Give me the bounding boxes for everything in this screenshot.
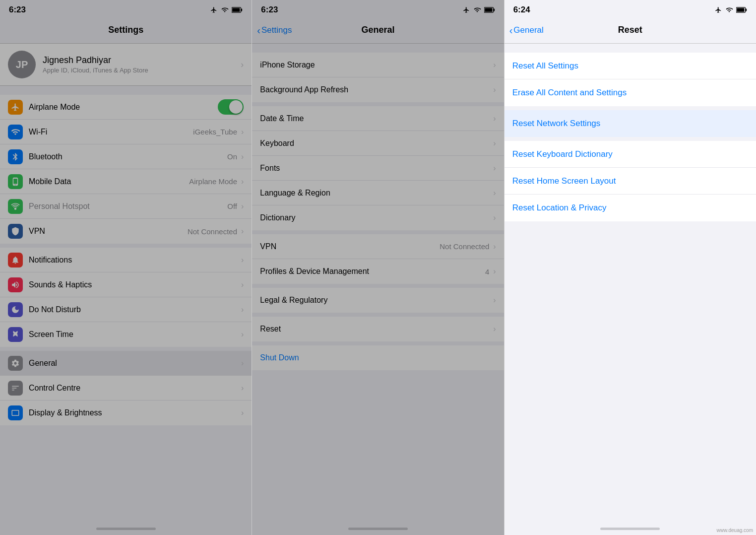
background-refresh-row[interactable]: Background App Refresh › xyxy=(252,77,504,102)
setting-row-vpn[interactable]: VPN Not Connected › xyxy=(0,219,252,244)
back-chevron-2: ‹ xyxy=(257,25,260,35)
setting-row-hotspot[interactable]: Personal Hotspot Off › xyxy=(0,194,252,219)
iphone-storage-label: iPhone Storage xyxy=(260,61,492,69)
reset-all-label: Reset All Settings xyxy=(512,61,578,71)
reset-home-label: Reset Home Screen Layout xyxy=(512,176,616,186)
wifi-icon xyxy=(8,125,23,139)
status-icons-2 xyxy=(462,6,495,13)
legal-row[interactable]: Legal & Regulatory › xyxy=(252,288,504,313)
profiles-chevron: › xyxy=(493,267,496,276)
status-icons-1 xyxy=(210,6,243,13)
wifi-value: iGeeks_Tube xyxy=(193,128,237,136)
iphone-storage-row[interactable]: iPhone Storage › xyxy=(252,53,504,77)
keyboard-chevron: › xyxy=(493,139,496,148)
profiles-row[interactable]: Profiles & Device Management 4 › xyxy=(252,259,504,284)
nav-back-2[interactable]: ‹ Settings xyxy=(257,25,292,35)
hotspot-chevron: › xyxy=(241,202,244,211)
airplane-toggle[interactable] xyxy=(218,99,244,115)
hotspot-icon xyxy=(8,199,23,214)
keyboard-row[interactable]: Keyboard › xyxy=(252,131,504,156)
reset-location-row[interactable]: Reset Location & Privacy xyxy=(504,195,756,221)
language-region-chevron: › xyxy=(493,189,496,198)
panel1-content: JP Jignesh Padhiyar Apple ID, iCloud, iT… xyxy=(0,44,252,522)
connectivity-group: Airplane Mode Wi-Fi iGeeks_Tube › Bluet xyxy=(0,95,252,244)
reset-group1: Reset All Settings Erase All Content and… xyxy=(504,53,756,106)
general-icon xyxy=(8,356,23,371)
general-group2: Date & Time › Keyboard › Fonts › Languag… xyxy=(252,106,504,230)
hotspot-value: Off xyxy=(227,202,237,210)
setting-row-notifications[interactable]: Notifications › xyxy=(0,248,252,272)
setting-row-display[interactable]: Display & Brightness › xyxy=(0,401,252,425)
date-time-label: Date & Time xyxy=(260,114,492,123)
panel2-content: iPhone Storage › Background App Refresh … xyxy=(252,44,504,522)
shutdown-label: Shut Down xyxy=(260,353,496,362)
mobile-chevron: › xyxy=(241,177,244,186)
general-group5: Reset › xyxy=(252,317,504,341)
iphone-storage-chevron: › xyxy=(493,61,496,69)
svg-rect-4 xyxy=(494,8,495,11)
nav-bar-2: ‹ Settings General xyxy=(252,19,504,44)
status-bar-1: 6:23 xyxy=(0,0,252,19)
wifi-status-icon-2 xyxy=(473,6,481,13)
fonts-chevron: › xyxy=(493,164,496,173)
home-bar-1 xyxy=(96,528,156,530)
settings2-group: General › Control Centre › Display & Bri… xyxy=(0,351,252,425)
language-region-row[interactable]: Language & Region › xyxy=(252,181,504,205)
setting-row-general[interactable]: General › xyxy=(0,351,252,376)
control-chevron: › xyxy=(241,384,244,393)
profile-row[interactable]: JP Jignesh Padhiyar Apple ID, iCloud, iT… xyxy=(0,44,252,86)
svg-rect-5 xyxy=(485,8,492,12)
erase-all-row[interactable]: Erase All Content and Settings xyxy=(504,79,756,106)
setting-row-control[interactable]: Control Centre › xyxy=(0,376,252,401)
dnd-chevron: › xyxy=(241,305,244,314)
reset-all-row[interactable]: Reset All Settings xyxy=(504,53,756,79)
date-time-row[interactable]: Date & Time › xyxy=(252,106,504,131)
fonts-row[interactable]: Fonts › xyxy=(252,156,504,181)
setting-row-mobile[interactable]: Mobile Data Airplane Mode › xyxy=(0,169,252,194)
airplane-status-icon-2 xyxy=(462,6,470,13)
setting-row-bluetooth[interactable]: Bluetooth On › xyxy=(0,144,252,169)
setting-row-sounds[interactable]: Sounds & Haptics › xyxy=(0,272,252,297)
setting-row-screentime[interactable]: Screen Time › xyxy=(0,322,252,347)
dictionary-row[interactable]: Dictionary › xyxy=(252,205,504,230)
profiles-label: Profiles & Device Management xyxy=(260,267,485,276)
bluetooth-label: Bluetooth xyxy=(29,152,227,161)
vpn-icon xyxy=(8,224,23,239)
setting-row-dnd[interactable]: Do Not Disturb › xyxy=(0,297,252,322)
status-bar-2: 6:23 xyxy=(252,0,504,19)
nav-back-label-3: General xyxy=(513,25,543,35)
time-2: 6:23 xyxy=(261,5,278,15)
nav-back-3[interactable]: ‹ General xyxy=(509,25,544,35)
setting-row-airplane[interactable]: Airplane Mode xyxy=(0,95,252,120)
bluetooth-icon xyxy=(8,149,23,164)
vpn2-value: Not Connected xyxy=(440,242,489,251)
reset-keyboard-row[interactable]: Reset Keyboard Dictionary xyxy=(504,141,756,168)
panel-settings: 6:23 Settings JP Jignesh Padhiyar Appl xyxy=(0,0,252,535)
nav-back-label-2: Settings xyxy=(261,25,292,35)
sounds-label: Sounds & Haptics xyxy=(29,280,240,289)
notifications-chevron: › xyxy=(241,256,244,265)
wifi-chevron: › xyxy=(241,128,244,136)
vpn-chevron: › xyxy=(241,227,244,236)
vpn2-row[interactable]: VPN Not Connected › xyxy=(252,234,504,259)
sounds-chevron: › xyxy=(241,280,244,289)
home-bar-2 xyxy=(348,528,408,530)
system-group: Notifications › Sounds & Haptics › Do No… xyxy=(0,248,252,347)
general-group6: Shut Down xyxy=(252,345,504,370)
home-indicator-2 xyxy=(252,522,504,535)
svg-rect-2 xyxy=(233,8,240,12)
general-chevron: › xyxy=(241,359,244,368)
keyboard-label: Keyboard xyxy=(260,139,492,148)
shutdown-row-link[interactable]: Shut Down xyxy=(252,345,504,370)
nav-title-3: Reset xyxy=(618,25,642,35)
reset-network-label: Reset Network Settings xyxy=(512,119,601,129)
setting-row-wifi[interactable]: Wi-Fi iGeeks_Tube › xyxy=(0,120,252,144)
reset-home-row[interactable]: Reset Home Screen Layout xyxy=(504,168,756,195)
vpn2-label: VPN xyxy=(260,242,440,251)
bluetooth-value: On xyxy=(227,152,237,161)
reset-network-row[interactable]: Reset Network Settings xyxy=(504,110,756,137)
mobile-value: Airplane Mode xyxy=(189,177,237,186)
wifi-status-icon xyxy=(221,6,229,13)
dictionary-label: Dictionary xyxy=(260,213,492,222)
reset-row-link[interactable]: Reset › xyxy=(252,317,504,341)
